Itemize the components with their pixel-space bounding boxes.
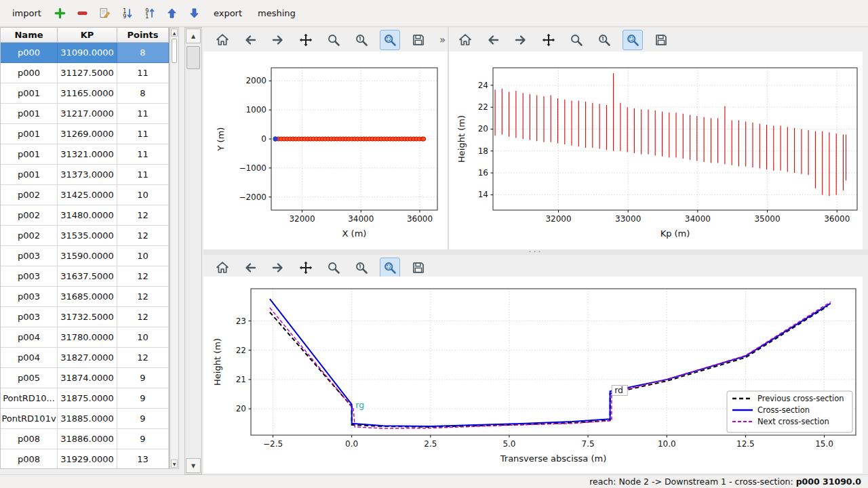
- cell-name: PontRD10...: [1, 388, 58, 409]
- svg-text:34000: 34000: [348, 214, 374, 224]
- table-row[interactable]: p00131269.000011: [1, 124, 169, 144]
- zoom-icon[interactable]: [567, 30, 586, 49]
- table-row[interactable]: p00231425.000010: [1, 185, 169, 205]
- scroll-up-icon[interactable]: ▲: [171, 28, 178, 37]
- save-icon[interactable]: [409, 30, 428, 49]
- cell-points: 11: [117, 124, 169, 144]
- splitter-grip-icon[interactable]: ···: [528, 250, 542, 254]
- import-button[interactable]: import: [7, 5, 47, 21]
- cell-name: p004: [1, 348, 58, 368]
- table-row[interactable]: p00331685.000012: [1, 287, 169, 307]
- cell-kp: 31425.0000: [58, 185, 117, 205]
- table-row[interactable]: PontRD101v31885.00009: [1, 409, 169, 429]
- svg-text:Y (m): Y (m): [216, 127, 226, 152]
- pan-icon[interactable]: [296, 30, 315, 49]
- scroll-down-icon[interactable]: ▼: [186, 458, 201, 473]
- cell-kp: 31535.0000: [58, 226, 117, 246]
- scroll-up-icon[interactable]: ▲: [186, 28, 201, 43]
- table-row[interactable]: p00831929.000013: [1, 449, 169, 469]
- svg-text:Transverse abscissa (m): Transverse abscissa (m): [500, 453, 607, 464]
- home-icon[interactable]: [213, 30, 232, 49]
- cell-points: 8: [117, 43, 169, 63]
- svg-text:24: 24: [478, 81, 488, 90]
- table-row[interactable]: p00231535.000012: [1, 226, 169, 246]
- pan-icon[interactable]: [539, 30, 558, 49]
- table-row[interactable]: p00431780.000010: [1, 327, 169, 348]
- table-row[interactable]: p00131321.000011: [1, 144, 169, 165]
- cell-kp: 31590.0000: [58, 246, 117, 266]
- table-row[interactable]: p00331590.000010: [1, 246, 169, 266]
- cross-section-chart[interactable]: −2.50.02.55.07.510.012.515.020212223rgrd…: [203, 277, 863, 473]
- forward-icon[interactable]: [269, 258, 288, 277]
- svg-text:Kp (m): Kp (m): [660, 228, 690, 239]
- forward-icon[interactable]: [511, 30, 530, 49]
- meshing-button[interactable]: meshing: [252, 5, 301, 21]
- table-row[interactable]: p00231480.000012: [1, 205, 169, 226]
- back-icon[interactable]: [241, 258, 260, 277]
- table-row[interactable]: p00131165.00008: [1, 83, 169, 104]
- column-header-name[interactable]: Name: [1, 28, 58, 43]
- table-row[interactable]: p00331637.500012: [1, 266, 169, 287]
- pan-icon[interactable]: [296, 258, 315, 277]
- plan-view-chart[interactable]: 320003400036000−2000−1000010002000X (m)Y…: [203, 52, 448, 249]
- cell-points: 8: [117, 83, 169, 104]
- scrollbar-thumb[interactable]: [172, 39, 177, 63]
- zoom-icon[interactable]: [324, 258, 343, 277]
- zoom-original-icon[interactable]: [352, 30, 371, 49]
- column-header-kp[interactable]: KP: [58, 28, 117, 43]
- add-icon[interactable]: [52, 5, 69, 22]
- column-header-points[interactable]: Points: [117, 28, 169, 43]
- back-icon[interactable]: [241, 30, 260, 49]
- back-icon[interactable]: [484, 30, 502, 49]
- table-row[interactable]: p00331732.500012: [1, 307, 169, 327]
- cell-kp: 31929.0000: [58, 449, 117, 469]
- toolbar-overflow-chevron[interactable]: »: [437, 34, 448, 46]
- cell-points: 12: [117, 348, 169, 368]
- cell-kp: 31269.0000: [58, 124, 117, 144]
- zoom-select-icon[interactable]: [380, 30, 400, 50]
- table-row[interactable]: p00131217.000011: [1, 104, 169, 124]
- table-scrollbar-outer[interactable]: ▲ ▼: [184, 27, 202, 474]
- table-row[interactable]: p00031127.500011: [1, 63, 169, 83]
- svg-text:35000: 35000: [754, 214, 780, 224]
- save-icon[interactable]: [652, 30, 671, 49]
- sort-descending-icon[interactable]: 91: [141, 5, 159, 22]
- table-row[interactable]: p00031090.00008: [1, 43, 169, 63]
- cell-points: 9: [117, 409, 169, 429]
- cell-name: p002: [1, 205, 58, 226]
- sort-ascending-icon[interactable]: 19: [119, 5, 136, 22]
- zoom-select-icon[interactable]: [623, 30, 643, 50]
- cell-name: p000: [1, 63, 58, 83]
- table-row[interactable]: PontRD10...31875.00009: [1, 388, 169, 409]
- zoom-original-icon[interactable]: [595, 30, 614, 49]
- move-down-icon[interactable]: [186, 5, 203, 22]
- edit-icon[interactable]: [96, 5, 114, 22]
- table-row[interactable]: p00131373.000011: [1, 165, 169, 185]
- plan-plot-toolbar: »: [213, 28, 448, 52]
- home-icon[interactable]: [456, 30, 475, 49]
- longitudinal-profile-chart[interactable]: 3200033000340003500036000141618202224Kp …: [449, 52, 863, 249]
- export-button[interactable]: export: [208, 5, 248, 21]
- cell-points: 11: [117, 63, 169, 83]
- horizontal-splitter[interactable]: ···: [203, 249, 868, 255]
- forward-icon[interactable]: [269, 30, 288, 49]
- scroll-down-icon[interactable]: ▼: [171, 460, 178, 468]
- move-up-icon[interactable]: [163, 5, 181, 22]
- cell-kp: 31886.0000: [58, 429, 117, 449]
- cell-name: p001: [1, 144, 58, 165]
- table-row[interactable]: p00531874.00009: [1, 368, 169, 388]
- zoom-select-icon[interactable]: [380, 258, 400, 278]
- delete-icon[interactable]: [74, 5, 92, 22]
- cell-points: 12: [117, 205, 169, 226]
- home-icon[interactable]: [213, 258, 232, 277]
- scrollbar-thumb[interactable]: [186, 46, 200, 69]
- table-scrollbar-inner[interactable]: ▲ ▼: [170, 27, 179, 469]
- zoom-icon[interactable]: [324, 30, 343, 49]
- save-icon[interactable]: [409, 258, 428, 277]
- cell-points: 12: [117, 307, 169, 327]
- svg-text:−1000: −1000: [239, 163, 267, 173]
- table-row[interactable]: p00431827.000012: [1, 348, 169, 368]
- cell-kp: 31874.0000: [58, 368, 117, 388]
- table-row[interactable]: p00831886.00009: [1, 429, 169, 449]
- zoom-original-icon[interactable]: [352, 258, 371, 277]
